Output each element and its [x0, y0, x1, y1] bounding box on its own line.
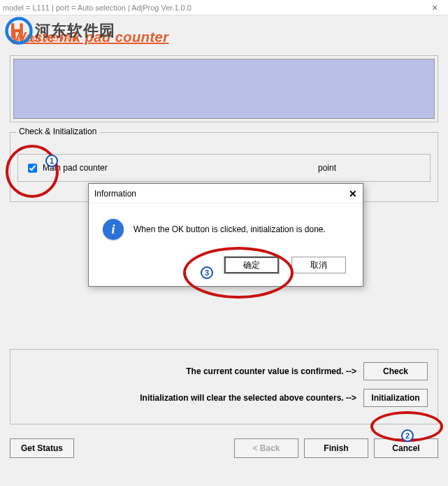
- dialog-buttons: 确定 取消: [89, 250, 363, 286]
- check-text: The current counter value is confirmed. …: [186, 366, 356, 376]
- dialog-body: i When the OK button is clicked, initial…: [89, 203, 363, 250]
- titlebar-text: model = L111 | port = Auto selection | A…: [3, 3, 192, 12]
- init-row: Initialization will clear the selected a…: [20, 389, 428, 407]
- finish-button[interactable]: Finish: [304, 438, 368, 458]
- window-close-icon[interactable]: ×: [424, 2, 445, 13]
- window-titlebar: model = L111 | port = Auto selection | A…: [0, 0, 448, 15]
- bottom-bar: Get Status < Back Finish Cancel: [0, 431, 448, 465]
- information-dialog: Information ✕ i When the OK button is cl…: [88, 183, 363, 287]
- fieldset-legend: Check & Initialization: [16, 127, 99, 136]
- action-area: The current counter value is confirmed. …: [10, 349, 438, 424]
- dialog-cancel-button[interactable]: 取消: [291, 257, 346, 273]
- dialog-title: Information: [94, 189, 136, 199]
- init-text: Initialization will clear the selected a…: [140, 393, 356, 403]
- info-icon: i: [103, 219, 124, 240]
- main-pad-label: Main pad counter: [43, 163, 108, 173]
- dialog-close-icon[interactable]: ✕: [349, 188, 357, 199]
- get-status-button[interactable]: Get Status: [10, 438, 74, 458]
- initialization-button[interactable]: Initialization: [363, 389, 428, 407]
- log-panel: [10, 55, 438, 122]
- point-label: point: [318, 163, 336, 173]
- main-pad-checkbox[interactable]: [28, 164, 37, 173]
- check-button[interactable]: Check: [363, 362, 428, 380]
- log-textarea[interactable]: [13, 59, 435, 119]
- back-button: < Back: [234, 438, 298, 458]
- dialog-titlebar: Information ✕: [89, 184, 363, 203]
- check-row: The current counter value is confirmed. …: [20, 362, 428, 380]
- dialog-ok-button[interactable]: 确定: [224, 257, 279, 273]
- cancel-button[interactable]: Cancel: [374, 438, 438, 458]
- watermark-url: www.pc0359.cn: [10, 34, 78, 43]
- dialog-message: When the OK button is clicked, initializ…: [133, 224, 326, 234]
- main-pad-row: Main pad counter point: [17, 154, 431, 182]
